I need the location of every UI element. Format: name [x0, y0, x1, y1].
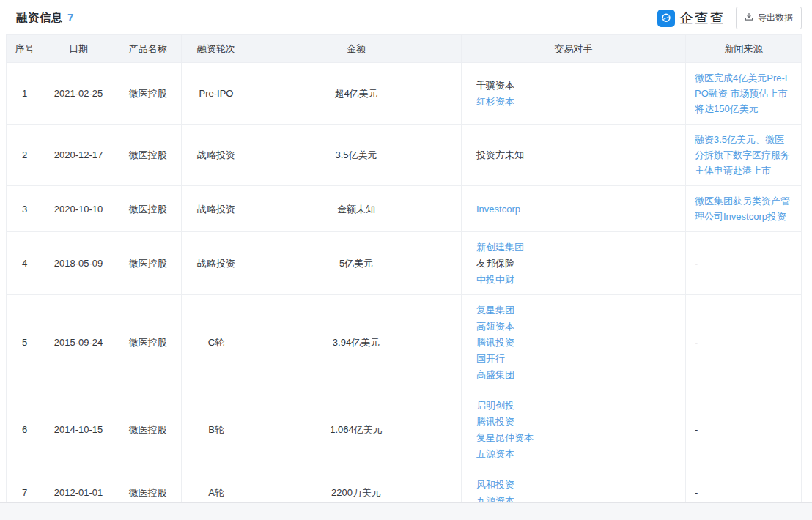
- cell-index: 2: [7, 125, 43, 186]
- column-header-index: 序号: [7, 35, 43, 63]
- counterparty-link[interactable]: 启明创投: [476, 398, 679, 413]
- cell-index: 7: [7, 469, 43, 504]
- cell-round: 战略投资: [182, 232, 251, 295]
- column-header-news-source: 新闻来源: [686, 35, 802, 63]
- cell-product-name: 微医控股: [114, 186, 182, 232]
- cell-round: 战略投资: [182, 186, 251, 232]
- cell-index: 5: [7, 295, 43, 390]
- cell-index: 6: [7, 390, 43, 469]
- cell-news-source: -: [686, 469, 802, 504]
- record-count-badge: 7: [67, 11, 73, 23]
- counterparty-link[interactable]: 复星集团: [476, 302, 679, 318]
- cell-counterparties: 风和投资五源资本: [462, 469, 686, 504]
- download-icon: [745, 12, 753, 23]
- financing-table-body: 1 2021-02-25 微医控股 Pre-IPO 超4亿美元 千骥资本红杉资本…: [7, 63, 802, 504]
- counterparty-link[interactable]: 腾讯投资: [476, 414, 679, 429]
- cell-amount: 超4亿美元: [251, 63, 462, 125]
- cell-news-source: 融资3.5亿美元、微医分拆旗下数字医疗服务主体申请赴港上市: [686, 125, 802, 186]
- table-row: 1 2021-02-25 微医控股 Pre-IPO 超4亿美元 千骥资本红杉资本…: [7, 63, 802, 125]
- column-header-counterparty: 交易对手: [462, 35, 686, 63]
- counterparty-text: 千骥资本: [476, 78, 679, 93]
- counterparty-text: 投资方未知: [476, 147, 679, 163]
- column-header-round: 融资轮次: [182, 35, 251, 63]
- brand-name: 企查查: [679, 9, 726, 28]
- news-source-link[interactable]: 微医集团获另类资产管理公司Investcorp投资: [695, 196, 790, 222]
- counterparty-link[interactable]: 高瓴资本: [476, 319, 679, 334]
- news-source-empty: -: [695, 258, 698, 269]
- counterparty-link[interactable]: 新创建集团: [476, 239, 679, 255]
- table-row: 6 2014-10-15 微医控股 B轮 1.064亿美元 启明创投腾讯投资复星…: [7, 390, 802, 469]
- counterparty-link[interactable]: 腾讯投资: [476, 335, 679, 350]
- cell-date: 2021-02-25: [43, 63, 114, 125]
- cell-news-source: -: [686, 390, 802, 469]
- news-source-empty: -: [695, 487, 698, 498]
- cell-date: 2012-01-01: [43, 469, 114, 504]
- qichacha-logo-icon: [657, 10, 675, 27]
- cell-counterparties: 千骥资本红杉资本: [462, 63, 686, 125]
- cell-date: 2020-10-10: [43, 186, 114, 232]
- cell-date: 2014-10-15: [43, 390, 114, 469]
- cell-product-name: 微医控股: [114, 63, 182, 125]
- cell-counterparties: 投资方未知: [462, 125, 686, 186]
- cell-amount: 金额未知: [251, 186, 462, 232]
- table-row: 2 2020-12-17 微医控股 战略投资 3.5亿美元 投资方未知 融资3.…: [7, 125, 802, 186]
- financing-info-panel: 融资信息 7 企查查: [0, 0, 812, 503]
- cell-amount: 3.94亿美元: [251, 295, 462, 390]
- cell-round: C轮: [182, 295, 251, 390]
- counterparty-link[interactable]: 复星昆仲资本: [476, 430, 679, 445]
- cell-index: 4: [7, 232, 43, 295]
- export-data-button[interactable]: 导出数据: [736, 7, 802, 29]
- cell-round: 战略投资: [182, 125, 251, 186]
- news-source-link[interactable]: 微医完成4亿美元Pre-IPO融资 市场预估上市将达150亿美元: [695, 73, 787, 114]
- news-source-empty: -: [695, 424, 698, 435]
- cell-index: 1: [7, 63, 43, 125]
- cell-counterparties: 启明创投腾讯投资复星昆仲资本五源资本: [462, 390, 686, 469]
- cell-date: 2018-05-09: [43, 232, 114, 295]
- cell-product-name: 微医控股: [114, 390, 182, 469]
- news-source-link[interactable]: 融资3.5亿美元、微医分拆旗下数字医疗服务主体申请赴港上市: [695, 134, 790, 176]
- cell-index: 3: [7, 186, 43, 232]
- table-row: 3 2020-10-10 微医控股 战略投资 金额未知 Investcorp 微…: [7, 186, 802, 232]
- table-header-row: 序号 日期 产品名称 融资轮次 金额 交易对手 新闻来源: [7, 35, 802, 63]
- cell-news-source: -: [686, 232, 802, 295]
- cell-product-name: 微医控股: [114, 295, 182, 390]
- cell-news-source: 微医集团获另类资产管理公司Investcorp投资: [686, 186, 802, 232]
- cell-date: 2015-09-24: [43, 295, 114, 390]
- counterparty-link[interactable]: 五源资本: [476, 493, 679, 503]
- section-title-wrap: 融资信息 7: [16, 11, 73, 25]
- cell-amount: 1.064亿美元: [251, 390, 462, 469]
- counterparty-link[interactable]: 红杉资本: [476, 94, 679, 109]
- counterparty-link[interactable]: 风和投资: [476, 477, 679, 492]
- column-header-amount: 金额: [251, 35, 462, 63]
- cell-amount: 3.5亿美元: [251, 125, 462, 186]
- table-row: 7 2012-01-01 微医控股 A轮 2200万美元 风和投资五源资本 -: [7, 469, 802, 504]
- cell-counterparties: Investcorp: [462, 186, 686, 232]
- news-source-empty: -: [695, 337, 698, 348]
- export-button-label: 导出数据: [758, 12, 793, 24]
- counterparty-link[interactable]: Investcorp: [476, 201, 679, 217]
- brand: 企查查: [657, 9, 726, 28]
- cell-counterparties: 复星集团高瓴资本腾讯投资国开行高盛集团: [462, 295, 686, 390]
- page-title: 融资信息: [16, 11, 63, 25]
- counterparty-link[interactable]: 国开行: [476, 351, 679, 366]
- column-header-product: 产品名称: [114, 35, 182, 63]
- topbar: 融资信息 7 企查查: [0, 0, 812, 34]
- cell-amount: 5亿美元: [251, 232, 462, 295]
- column-header-date: 日期: [43, 35, 114, 63]
- cell-round: B轮: [182, 390, 251, 469]
- cell-news-source: -: [686, 295, 802, 390]
- counterparty-link[interactable]: 中投中财: [476, 272, 679, 287]
- cell-news-source: 微医完成4亿美元Pre-IPO融资 市场预估上市将达150亿美元: [686, 63, 802, 125]
- counterparty-link[interactable]: 高盛集团: [476, 367, 679, 382]
- table-row: 4 2018-05-09 微医控股 战略投资 5亿美元 新创建集团友邦保险中投中…: [7, 232, 802, 295]
- counterparty-text: 友邦保险: [476, 256, 679, 271]
- cell-round: Pre-IPO: [182, 63, 251, 125]
- cell-amount: 2200万美元: [251, 469, 462, 504]
- cell-product-name: 微医控股: [114, 469, 182, 504]
- cell-date: 2020-12-17: [43, 125, 114, 186]
- counterparty-link[interactable]: 五源资本: [476, 446, 679, 461]
- cell-product-name: 微医控股: [114, 232, 182, 295]
- financing-table: 序号 日期 产品名称 融资轮次 金额 交易对手 新闻来源 1 2021-02-2…: [6, 34, 802, 503]
- cell-round: A轮: [182, 469, 251, 504]
- cell-product-name: 微医控股: [114, 125, 182, 186]
